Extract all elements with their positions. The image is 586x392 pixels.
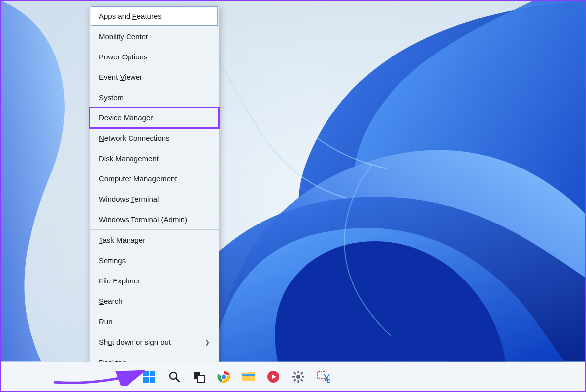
menu-item-search[interactable]: Search (90, 291, 219, 311)
menu-item-label: Run (99, 317, 113, 326)
menu-item-label: System (99, 93, 124, 102)
menu-item-label: Event Viewer (99, 73, 142, 81)
menu-item-label: Windows Terminal (99, 195, 159, 203)
taskbar-media-player-icon[interactable] (265, 369, 281, 385)
svg-point-14 (296, 375, 300, 379)
svg-rect-4 (150, 377, 155, 383)
menu-item-system[interactable]: System (90, 87, 219, 108)
taskbar-snipping-tool-icon[interactable] (315, 369, 331, 385)
menu-item-label: Mobility Center (99, 32, 148, 41)
svg-line-6 (176, 378, 180, 382)
svg-rect-1 (143, 371, 149, 376)
menu-item-power-options[interactable]: Power Options (90, 47, 219, 67)
menu-item-device-manager[interactable]: Device Manager (90, 108, 219, 128)
menu-item-label: Shut down or sign out (99, 338, 171, 346)
menu-item-apps-and-features[interactable]: Apps and Features (91, 6, 218, 26)
svg-line-20 (301, 379, 303, 381)
taskbar-items (141, 369, 331, 385)
menu-item-task-manager[interactable]: Task Manager (90, 230, 219, 250)
svg-line-21 (301, 372, 303, 374)
menu-item-label: File Explorer (99, 277, 140, 285)
svg-rect-8 (198, 376, 204, 382)
taskbar-start-icon[interactable] (141, 369, 157, 385)
menu-item-label: Computer Management (99, 174, 177, 183)
menu-item-network-connections[interactable]: Network Connections (90, 128, 219, 148)
taskbar (1, 362, 585, 391)
taskbar-search-icon[interactable] (166, 369, 182, 385)
taskbar-task-view-icon[interactable] (191, 369, 207, 385)
svg-point-11 (222, 374, 226, 379)
svg-rect-2 (150, 371, 155, 376)
menu-item-shut-down-or-sign-out[interactable]: Shut down or sign out❯ (90, 332, 219, 352)
menu-item-label: Device Manager (99, 113, 153, 122)
winx-context-menu: Apps and FeaturesMobility CenterPower Op… (89, 5, 219, 373)
menu-item-label: Disk Management (99, 154, 159, 163)
menu-item-label: Settings (99, 256, 126, 265)
taskbar-chrome-icon[interactable] (216, 369, 232, 385)
taskbar-file-explorer-icon[interactable] (241, 369, 257, 385)
menu-item-run[interactable]: Run (90, 311, 219, 332)
menu-item-settings[interactable]: Settings (90, 250, 219, 271)
chevron-right-icon: ❯ (205, 339, 210, 346)
menu-item-label: Task Manager (99, 236, 145, 244)
menu-item-event-viewer[interactable]: Event Viewer (90, 67, 219, 87)
menu-item-label: Power Options (99, 53, 147, 61)
menu-item-windows-terminal-admin[interactable]: Windows Terminal (Admin) (90, 209, 219, 229)
svg-rect-12 (242, 374, 255, 376)
menu-item-file-explorer[interactable]: File Explorer (90, 271, 219, 291)
menu-item-disk-management[interactable]: Disk Management (90, 148, 219, 168)
taskbar-settings-icon[interactable] (290, 369, 306, 385)
menu-item-label: Network Connections (99, 134, 170, 142)
menu-item-label: Apps and Features (99, 12, 162, 20)
menu-item-computer-management[interactable]: Computer Management (90, 168, 219, 189)
svg-line-19 (294, 372, 296, 374)
menu-item-label: Search (99, 297, 123, 305)
menu-item-mobility-center[interactable]: Mobility Center (90, 26, 219, 47)
svg-line-22 (294, 379, 296, 381)
menu-item-windows-terminal[interactable]: Windows Terminal (90, 189, 219, 209)
svg-rect-3 (143, 377, 149, 383)
menu-item-label: Windows Terminal (Admin) (99, 215, 187, 224)
